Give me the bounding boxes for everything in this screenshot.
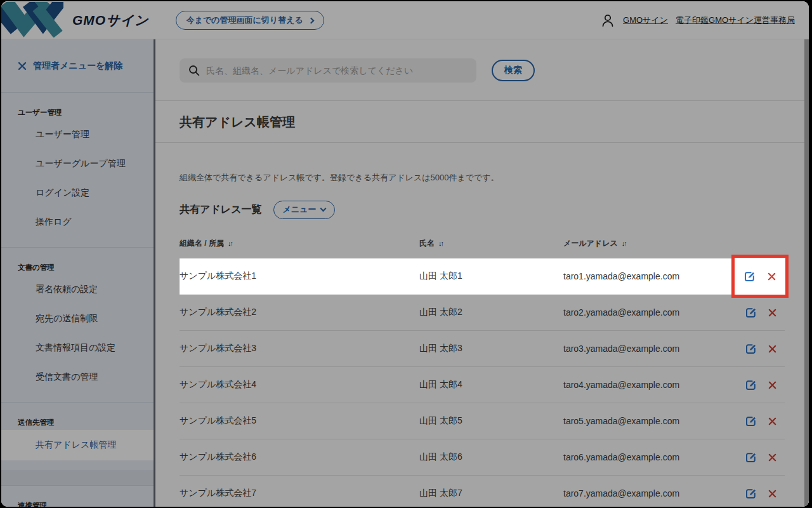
edit-button[interactable] bbox=[745, 307, 757, 319]
menu-dropdown-button[interactable]: メニュー bbox=[273, 201, 336, 219]
cell-organization: サンプル株式会社6 bbox=[180, 451, 419, 463]
sidebar-item-link[interactable]: ユーザーグループ管理 bbox=[1, 149, 154, 178]
shared-address-table: 組織名 / 所属↓↑氏名↓↑メールアドレス↓↑ サンプル株式会社1山田 太郎1t… bbox=[180, 238, 785, 507]
table-row: サンプル株式会社4山田 太郎4taro4.yamada@example.com bbox=[180, 367, 785, 403]
sidebar-unlock-admin-menu[interactable]: 管理者メニューを解除 bbox=[1, 39, 154, 93]
cell-name: 山田 太郎6 bbox=[419, 451, 563, 463]
sort-arrows-icon[interactable]: ↓↑ bbox=[228, 239, 232, 247]
edit-button[interactable] bbox=[745, 379, 757, 391]
sidebar-section: 送信先管理共有アドレス帳管理 bbox=[1, 402, 154, 471]
table-row: サンプル株式会社6山田 太郎6taro6.yamada@example.com bbox=[180, 439, 785, 476]
edit-pencil-square-icon bbox=[745, 451, 757, 464]
search-row: 検索 bbox=[155, 39, 809, 83]
column-header-label: 氏名 bbox=[419, 239, 435, 248]
chevron-down-icon bbox=[320, 206, 327, 212]
table-body: サンプル株式会社1山田 太郎1taro1.yamada@example.comサ… bbox=[180, 258, 785, 507]
column-header: 氏名↓↑ bbox=[419, 238, 563, 249]
delete-x-icon bbox=[768, 380, 777, 390]
main-content: 検索 共有アドレス帳管理 組織全体で共有できるアドレス帳です。登録できる共有アド… bbox=[154, 39, 809, 507]
row-actions bbox=[724, 451, 785, 464]
cell-organization: サンプル株式会社2 bbox=[180, 307, 419, 318]
edit-button[interactable] bbox=[745, 415, 757, 427]
title-block: 共有アドレス帳管理 bbox=[155, 101, 809, 131]
column-header-label: メールアドレス bbox=[563, 239, 618, 248]
delete-button[interactable] bbox=[768, 489, 777, 498]
column-header: 組織名 / 所属↓↑ bbox=[180, 238, 419, 249]
table-row: サンプル株式会社5山田 太郎5taro5.yamada@example.com bbox=[180, 403, 785, 439]
divider bbox=[155, 142, 809, 143]
edit-pencil-square-icon bbox=[743, 271, 756, 283]
row-actions-highlight-box bbox=[731, 255, 789, 298]
account-link-operator[interactable]: 電子印鑑GMOサイン運営事務局 bbox=[676, 15, 795, 26]
table-header-row: 組織名 / 所属↓↑氏名↓↑メールアドレス↓↑ bbox=[180, 238, 785, 258]
page-description: 組織全体で共有できるアドレス帳です。登録できる共有アドレスは5000件までです。 bbox=[180, 172, 785, 184]
delete-button[interactable] bbox=[768, 380, 777, 390]
app-window: GMOサイン 今までの管理画面に切り替える GMOサイン 電子印鑑GMOサイン運… bbox=[1, 1, 809, 507]
close-icon bbox=[18, 62, 27, 70]
switch-admin-screen-label: 今までの管理画面に切り替える bbox=[187, 15, 303, 26]
sidebar-section: ユーザー管理ユーザー管理ユーザーグループ管理ログイン設定操作ログ bbox=[1, 93, 154, 247]
row-actions bbox=[724, 415, 785, 427]
edit-button[interactable] bbox=[745, 451, 757, 464]
top-header: GMOサイン 今までの管理画面に切り替える GMOサイン 電子印鑑GMOサイン運… bbox=[1, 1, 809, 39]
switch-admin-screen-button[interactable]: 今までの管理画面に切り替える bbox=[176, 11, 324, 30]
cell-name: 山田 太郎5 bbox=[419, 415, 563, 427]
cell-email: taro5.yamada@example.com bbox=[563, 416, 724, 426]
sidebar-section: 文書の管理署名依頼の設定宛先の送信制限文書情報項目の設定受信文書の管理 bbox=[1, 247, 154, 402]
table-row: サンプル株式会社2山田 太郎2taro2.yamada@example.com bbox=[180, 295, 785, 331]
scrollbar-track[interactable] bbox=[804, 39, 809, 507]
column-header: メールアドレス↓↑ bbox=[563, 238, 724, 249]
sidebar-unlock-label: 管理者メニューを解除 bbox=[33, 60, 122, 72]
gmo-logo-icon bbox=[1, 2, 63, 37]
cell-name: 山田 太郎7 bbox=[419, 488, 563, 499]
sidebar-sections: ユーザー管理ユーザー管理ユーザーグループ管理ログイン設定操作ログ文書の管理署名依… bbox=[1, 93, 154, 507]
edit-pencil-square-icon bbox=[745, 307, 757, 319]
delete-button[interactable] bbox=[768, 344, 777, 354]
search-box bbox=[180, 58, 476, 83]
sidebar-item-link[interactable]: ユーザー管理 bbox=[1, 120, 154, 149]
row-actions bbox=[724, 379, 785, 391]
cell-organization: サンプル株式会社7 bbox=[180, 488, 419, 499]
cell-name: 山田 太郎1 bbox=[419, 271, 563, 282]
delete-button[interactable] bbox=[768, 308, 777, 318]
search-input[interactable] bbox=[206, 65, 468, 76]
delete-x-icon bbox=[768, 308, 777, 318]
sidebar-item-link[interactable]: 文書情報項目の設定 bbox=[1, 333, 154, 363]
edit-button[interactable] bbox=[745, 343, 757, 355]
sidebar-item-link[interactable]: 受信文書の管理 bbox=[1, 363, 154, 392]
edit-pencil-square-icon bbox=[745, 415, 757, 427]
cell-email: taro6.yamada@example.com bbox=[563, 452, 724, 462]
sidebar-item-link[interactable]: 宛先の送信制限 bbox=[1, 304, 154, 333]
column-header-label: 組織名 / 所属 bbox=[180, 239, 224, 248]
edit-pencil-square-icon bbox=[745, 488, 757, 500]
sidebar-section-label: 文書の管理 bbox=[1, 263, 154, 272]
edit-button[interactable] bbox=[743, 271, 756, 283]
cell-name: 山田 太郎2 bbox=[419, 307, 563, 318]
edit-pencil-square-icon bbox=[745, 343, 757, 355]
delete-button[interactable] bbox=[768, 453, 777, 462]
cell-email: taro4.yamada@example.com bbox=[563, 380, 724, 390]
sidebar-section-gap bbox=[1, 471, 154, 486]
list-header: 共有アドレス一覧 メニュー bbox=[180, 201, 785, 219]
cell-name: 山田 太郎4 bbox=[419, 379, 563, 391]
sidebar-section-label: 送信先管理 bbox=[1, 418, 154, 427]
table-row: サンプル株式会社3山田 太郎3taro3.yamada@example.com bbox=[180, 331, 785, 367]
cell-organization: サンプル株式会社4 bbox=[180, 379, 419, 391]
sidebar-section-label: 連携管理 bbox=[1, 501, 154, 507]
sort-arrows-icon[interactable]: ↓↑ bbox=[438, 239, 443, 247]
edit-button[interactable] bbox=[745, 488, 757, 500]
sidebar-item-active[interactable]: 共有アドレス帳管理 bbox=[1, 430, 154, 460]
delete-button[interactable] bbox=[767, 272, 776, 281]
delete-x-icon bbox=[767, 272, 776, 281]
sidebar-item-link[interactable]: 署名依頼の設定 bbox=[1, 275, 154, 304]
account-link-service[interactable]: GMOサイン bbox=[623, 15, 668, 26]
row-actions bbox=[724, 488, 785, 500]
sort-arrows-icon[interactable]: ↓↑ bbox=[622, 239, 626, 247]
delete-button[interactable] bbox=[768, 417, 777, 426]
sidebar-item-link[interactable]: ログイン設定 bbox=[1, 178, 154, 208]
sidebar-section-label: ユーザー管理 bbox=[1, 108, 154, 117]
row-actions bbox=[724, 307, 785, 319]
sidebar-item-link[interactable]: 操作ログ bbox=[1, 208, 154, 237]
delete-x-icon bbox=[768, 344, 777, 354]
search-button[interactable]: 検索 bbox=[492, 60, 535, 81]
